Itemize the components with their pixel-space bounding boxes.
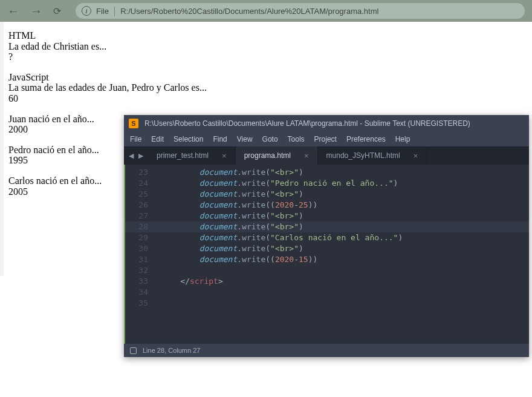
- reload-button[interactable]: ⟳: [53, 5, 61, 17]
- back-button[interactable]: ←: [7, 4, 19, 18]
- address-bar[interactable]: i File | R:/Users/Roberto%20Castillo/Doc…: [76, 3, 525, 19]
- menu-item-selection[interactable]: Selection: [174, 135, 203, 143]
- sublime-window: S R:\Users\Roberto Castillo\Documents\Al…: [124, 115, 529, 357]
- close-icon[interactable]: ×: [304, 151, 309, 160]
- forward-button[interactable]: →: [30, 4, 42, 18]
- tab-mundo_JSyHTML-html[interactable]: mundo_JSyHTML.html×: [318, 146, 427, 165]
- menu-item-file[interactable]: File: [130, 135, 141, 143]
- menu-item-tools[interactable]: Tools: [288, 135, 305, 143]
- status-text: Line 28, Column 27: [143, 347, 200, 354]
- page-text: 60: [8, 93, 524, 104]
- sublime-statusbar: Line 28, Column 27: [124, 344, 529, 357]
- panel-toggle-icon[interactable]: [130, 347, 137, 354]
- page-text: JavaScript: [8, 72, 524, 83]
- sublime-editor[interactable]: 23242526272829303132333435 document.writ…: [124, 165, 529, 344]
- sublime-tab-nav[interactable]: ◀ ▶: [124, 146, 148, 165]
- sublime-tabrow: ◀ ▶ primer_test.html×programa.html×mundo…: [124, 146, 529, 165]
- line-gutter: 23242526272829303132333435: [124, 165, 154, 344]
- tab-label: programa.html: [244, 151, 291, 160]
- menu-item-find[interactable]: Find: [213, 135, 227, 143]
- tab-prev-icon[interactable]: ◀: [129, 152, 134, 160]
- menu-item-edit[interactable]: Edit: [151, 135, 164, 143]
- menu-item-goto[interactable]: Goto: [262, 135, 278, 143]
- page-text: La edad de Christian es...: [8, 41, 524, 52]
- sublime-menu: FileEditSelectionFindViewGotoToolsProjec…: [124, 132, 529, 146]
- page-text: ?: [8, 51, 524, 62]
- menu-item-view[interactable]: View: [237, 135, 253, 143]
- browser-toolbar: ← → ⟳ i File | R:/Users/Roberto%20Castil…: [0, 0, 532, 22]
- page-text: HTML: [8, 30, 524, 41]
- tab-primer_test-html[interactable]: primer_test.html×: [148, 146, 236, 165]
- page-scrollbar[interactable]: [0, 22, 4, 276]
- close-icon[interactable]: ×: [414, 151, 418, 160]
- menu-item-project[interactable]: Project: [314, 135, 337, 143]
- info-icon[interactable]: i: [82, 6, 91, 16]
- tab-programa-html[interactable]: programa.html×: [236, 146, 318, 165]
- sublime-title: R:\Users\Roberto Castillo\Documents\Alur…: [144, 119, 470, 128]
- tab-label: mundo_JSyHTML.html: [326, 151, 400, 160]
- close-icon[interactable]: ×: [222, 151, 227, 160]
- url-scheme: File: [96, 7, 109, 16]
- sublime-titlebar[interactable]: S R:\Users\Roberto Castillo\Documents\Al…: [124, 115, 529, 132]
- tab-next-icon[interactable]: ▶: [138, 152, 143, 160]
- tab-label: primer_test.html: [157, 151, 209, 160]
- menu-item-help[interactable]: Help: [395, 135, 410, 143]
- code-area[interactable]: document.write("<br>") document.write("P…: [154, 165, 529, 344]
- sublime-logo-icon: S: [129, 119, 138, 128]
- url-text: R:/Users/Roberto%20Castillo/Documents/Al…: [120, 7, 378, 16]
- page-text: La suma de las edades de Juan, Pedro y C…: [8, 82, 524, 93]
- menu-item-preferences[interactable]: Preferences: [346, 135, 386, 143]
